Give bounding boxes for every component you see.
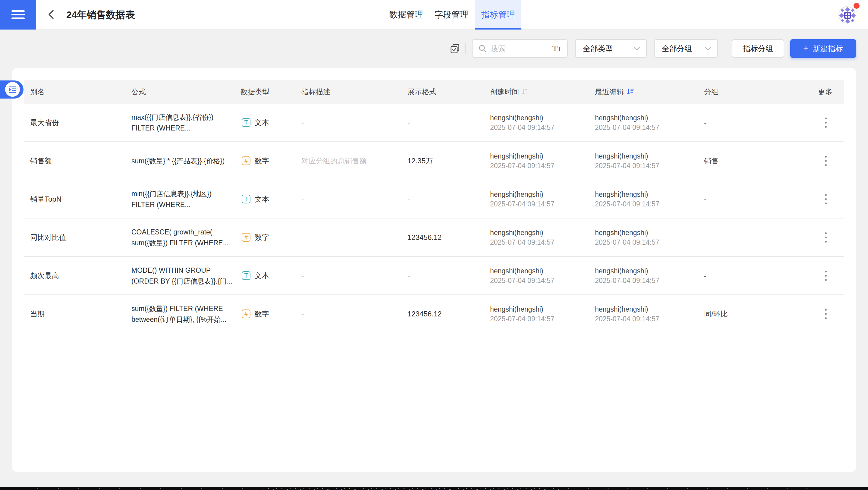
metric-formula: sum({数量}) FILTER (WHEREbetween({订单日期}, {… [131, 295, 227, 333]
more-actions-button[interactable] [820, 104, 832, 141]
more-actions-button[interactable] [820, 295, 832, 333]
batch-select-icon [450, 44, 460, 54]
created-info: hengshi(hengshi)2025-07-04 09:14:57 [490, 180, 555, 218]
col-header-description[interactable]: 指标描述 [301, 80, 330, 104]
created-info: hengshi(hengshi)2025-07-04 09:14:57 [490, 295, 555, 333]
col-header-edited[interactable]: 最近编辑 [595, 80, 634, 104]
more-actions-button[interactable] [820, 257, 832, 295]
created-info: hengshi(hengshi)2025-07-04 09:14:57 [490, 218, 555, 256]
metric-description: - [301, 257, 304, 295]
metric-datatype: T文本 [242, 257, 269, 295]
hamburger-menu-button[interactable] [0, 0, 36, 30]
more-actions-button[interactable] [820, 218, 832, 256]
search-input[interactable]: 搜索 TT [472, 39, 568, 58]
more-actions-button[interactable] [820, 180, 832, 218]
metric-datatype: T文本 [242, 104, 269, 141]
col-header-more: 更多 [818, 80, 832, 104]
metric-alias: 当期 [30, 295, 44, 333]
created-info: hengshi(hengshi)2025-07-04 09:14:57 [490, 104, 555, 141]
hamburger-icon [11, 10, 25, 12]
collapse-panel-button[interactable] [0, 81, 24, 98]
col-header-group[interactable]: 分组 [704, 80, 718, 104]
number-type-icon: # [242, 156, 250, 165]
number-type-icon: # [242, 309, 250, 318]
plus-icon: + [803, 43, 809, 53]
table-row[interactable]: 销售额sum({数量} * {{产品表}}.{价格})#数字对应分组的总销售额1… [24, 142, 844, 180]
type-filter-value: 全部类型 [583, 44, 613, 54]
col-header-alias[interactable]: 别名 [30, 80, 44, 104]
metric-alias: 最大省份 [30, 104, 59, 141]
table-body: 最大省份max({{门店信息表}}.{省份})FILTER (WHERE...T… [24, 104, 844, 333]
sort-icon[interactable] [522, 88, 528, 95]
number-type-icon: # [242, 233, 250, 242]
table-row[interactable]: 当期sum({数量}) FILTER (WHEREbetween({订单日期},… [24, 295, 844, 333]
group-filter-value: 全部分组 [662, 44, 692, 54]
notification-dot [854, 3, 860, 9]
avatar[interactable] [838, 6, 855, 23]
search-icon [478, 44, 487, 53]
toolbar-divider [465, 43, 466, 54]
create-metric-button[interactable]: + 新建指标 [790, 39, 856, 58]
metric-alias: 销量TopN [30, 180, 61, 218]
tab-metric-management[interactable]: 指标管理 [475, 0, 521, 30]
table-row[interactable]: 同比对比值COALESCE( growth_rate(sum({数量}) FIL… [24, 218, 844, 257]
edited-info: hengshi(hengshi)2025-07-04 09:14:57 [595, 257, 659, 295]
metric-format: - [407, 104, 410, 141]
text-type-icon: T [242, 118, 250, 127]
metric-formula: COALESCE( growth_rate(sum({数量}) FILTER (… [131, 218, 229, 256]
tab-field-management[interactable]: 字段管理 [435, 0, 468, 30]
metric-formula: min({{门店信息表}}.{地区})FILTER (WHERE... [131, 180, 212, 218]
batch-select-button[interactable] [450, 44, 460, 54]
type-filter-select[interactable]: 全部类型 [575, 39, 647, 58]
metric-description: 对应分组的总销售额 [301, 142, 367, 180]
metric-format: 12.35万 [407, 142, 433, 180]
metric-datatype: T文本 [242, 180, 269, 218]
metric-format: - [407, 257, 410, 295]
col-header-formula[interactable]: 公式 [131, 80, 146, 104]
metric-format: - [407, 180, 410, 218]
metric-format: 123456.12 [407, 218, 441, 256]
metric-formula: sum({数量} * {{产品表}}.{价格}) [131, 142, 224, 180]
metric-format: 123456.12 [407, 295, 441, 333]
tab-data-management[interactable]: 数据管理 [390, 0, 423, 30]
metric-alias: 同比对比值 [30, 218, 66, 256]
metric-description: - [301, 180, 304, 218]
sort-descending-active-icon[interactable] [627, 88, 634, 95]
metric-description: - [301, 218, 304, 256]
metric-formula: MODE() WITHIN GROUP(ORDER BY {{门店信息表}}.{… [131, 257, 233, 295]
back-button[interactable] [46, 8, 57, 21]
col-header-created[interactable]: 创建时间 [490, 80, 528, 104]
metric-description: - [301, 104, 304, 141]
metric-group: - [704, 180, 707, 218]
edited-info: hengshi(hengshi)2025-07-04 09:14:57 [595, 142, 659, 180]
edited-info: hengshi(hengshi)2025-07-04 09:14:57 [595, 104, 659, 141]
table-row[interactable]: 销量TopNmin({{门店信息表}}.{地区})FILTER (WHERE..… [24, 180, 844, 218]
col-header-format[interactable]: 展示格式 [407, 80, 436, 104]
metric-alias: 频次最高 [30, 257, 59, 295]
created-info: hengshi(hengshi)2025-07-04 09:14:57 [490, 142, 555, 180]
edited-info: hengshi(hengshi)2025-07-04 09:14:57 [595, 218, 659, 256]
outline-toggle-icon [5, 82, 20, 97]
col-header-datatype[interactable]: 数据类型 [241, 80, 270, 104]
metric-description: - [301, 295, 304, 333]
match-case-icon[interactable]: TT [553, 44, 561, 53]
created-info: hengshi(hengshi)2025-07-04 09:14:57 [490, 257, 555, 295]
metric-datatype: #数字 [242, 295, 269, 333]
chevron-down-icon [705, 47, 711, 51]
more-actions-button[interactable] [820, 142, 832, 180]
top-navbar: 24年销售数据表 数据管理 字段管理 指标管理 [0, 0, 868, 30]
metric-group: - [704, 257, 707, 295]
metric-datatype: #数字 [242, 142, 269, 180]
metric-group-button[interactable]: 指标分组 [732, 39, 784, 58]
metric-group: - [704, 104, 707, 141]
text-type-icon: T [242, 271, 250, 280]
table-row[interactable]: 最大省份max({{门店信息表}}.{省份})FILTER (WHERE...T… [24, 104, 844, 142]
table-row[interactable]: 频次最高MODE() WITHIN GROUP(ORDER BY {{门店信息表… [24, 257, 844, 295]
metric-datatype: #数字 [242, 218, 269, 256]
metric-group: 销售 [704, 142, 718, 180]
table-header: 别名 公式 数据类型 指标描述 展示格式 创建时间 最近编辑 分组 更多 [24, 80, 844, 104]
chevron-down-icon [633, 47, 640, 51]
app-root: 24年销售数据表 数据管理 字段管理 指标管理 [0, 0, 868, 490]
group-filter-select[interactable]: 全部分组 [654, 39, 718, 58]
dock-strip [0, 487, 868, 490]
